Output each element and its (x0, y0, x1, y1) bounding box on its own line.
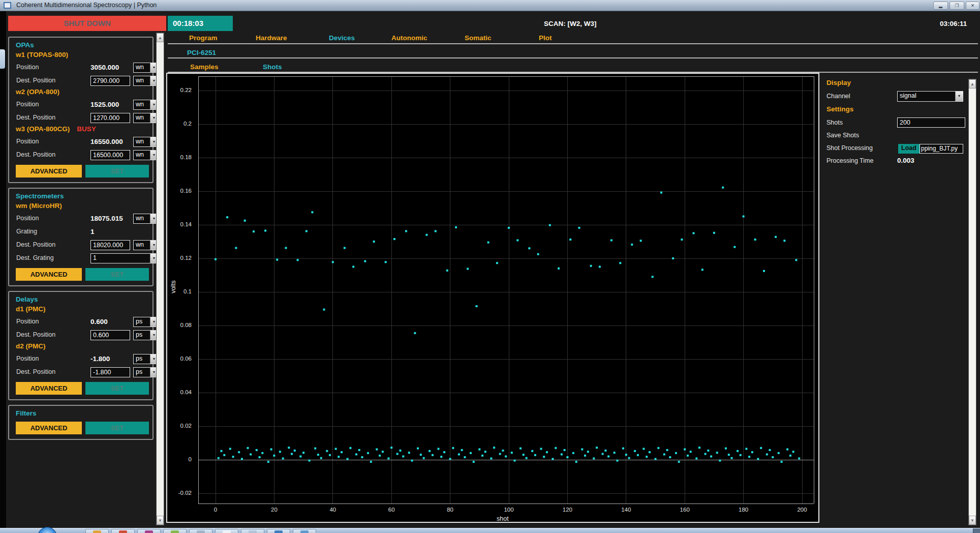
taskbar-app-button[interactable] (241, 529, 264, 533)
device-name: w1 (TOPAS-800) (16, 51, 149, 62)
x-tick-label: 100 (499, 507, 519, 513)
row-label: Grating (16, 228, 37, 235)
advanced-button[interactable]: ADVANCED (16, 165, 82, 177)
set-button[interactable]: SET (85, 422, 149, 434)
data-point (502, 450, 504, 452)
data-point (713, 232, 715, 234)
units-select[interactable]: wn▼ (133, 214, 158, 224)
taskbar-app-button[interactable] (111, 529, 135, 533)
data-point (420, 454, 422, 456)
x-tick-label: 140 (616, 507, 636, 513)
data-point (763, 270, 765, 272)
set-button[interactable]: SET (85, 165, 149, 177)
taskbar-app-icon (300, 530, 309, 533)
units-select[interactable]: wn▼ (133, 240, 158, 250)
advanced-button[interactable]: ADVANCED (16, 382, 82, 395)
advanced-button[interactable]: ADVANCED (16, 422, 82, 434)
shots-input[interactable] (897, 117, 965, 128)
data-point (294, 450, 296, 452)
x-tick-label: 160 (675, 507, 695, 513)
device-row-position: Position1525.000wn▼ (16, 99, 149, 112)
scroll-down-icon[interactable]: ▼ (157, 516, 164, 525)
destination-input[interactable] (90, 240, 130, 250)
units-select[interactable]: wn▼ (133, 100, 158, 110)
destination-input[interactable] (90, 150, 130, 160)
data-point (379, 455, 381, 457)
scroll-up-icon[interactable]: ▲ (969, 79, 976, 88)
set-button[interactable]: SET (85, 382, 149, 395)
right-scrollbar[interactable]: ▲ ▼ (968, 79, 976, 525)
channel-select[interactable]: signal ▼ (897, 91, 963, 102)
destination-input[interactable] (90, 76, 130, 86)
units-select[interactable]: wn▼ (133, 63, 158, 73)
set-button[interactable]: SET (85, 268, 149, 281)
device-name-text: d2 (PMC) (16, 342, 46, 350)
scroll-up-icon[interactable]: ▲ (157, 33, 164, 42)
data-point (798, 457, 800, 459)
close-button[interactable]: ✕ (966, 2, 979, 10)
shots-plot: -0.0200.020.040.060.080.10.120.140.160.1… (166, 73, 819, 523)
taskbar-app-button[interactable] (267, 529, 290, 533)
y-tick-label: 0 (168, 456, 192, 462)
load-script-button[interactable]: Load (898, 144, 920, 154)
data-point (505, 455, 507, 457)
row-value: -1.800 (90, 354, 131, 363)
advanced-button[interactable]: ADVANCED (16, 268, 82, 281)
units-select[interactable]: wn▼ (133, 113, 158, 123)
channel-label: Channel (826, 93, 850, 100)
tab-autonomic[interactable]: Autonomic (391, 34, 427, 42)
data-point (578, 227, 580, 229)
taskbar-app-button[interactable] (85, 529, 109, 533)
taskbar-app-button[interactable] (189, 529, 212, 533)
device-rule (168, 57, 978, 58)
show-desktop-button[interactable] (973, 528, 980, 533)
data-point (549, 224, 551, 226)
data-point (531, 450, 533, 452)
shutdown-button[interactable]: SHUT DOWN (8, 16, 166, 31)
units-select[interactable]: ps▼ (133, 330, 158, 340)
tab-program[interactable]: Program (189, 34, 218, 42)
processing-script-field[interactable]: pping_BJT.py (920, 144, 963, 154)
tab-pci-6251[interactable]: PCI-6251 (187, 49, 216, 56)
units-select[interactable]: ps▼ (133, 354, 158, 364)
data-point (693, 232, 695, 234)
taskbar-app-button[interactable] (293, 529, 316, 533)
data-point (610, 239, 612, 241)
scroll-down-icon[interactable]: ▼ (969, 516, 976, 525)
data-point (402, 455, 404, 457)
row-label: Dest. Position (16, 241, 55, 248)
section-title: Delays (16, 295, 149, 305)
y-tick-label: 0.02 (168, 423, 192, 429)
data-point (400, 450, 402, 452)
data-point (783, 240, 785, 242)
taskbar-app-button[interactable] (163, 529, 187, 533)
tab-plot[interactable]: Plot (539, 34, 552, 42)
data-point (250, 453, 252, 455)
tab-shots[interactable]: Shots (263, 63, 282, 71)
chevron-down-icon[interactable]: ▼ (955, 92, 963, 101)
tab-devices[interactable]: Devices (329, 34, 355, 42)
grating-select[interactable]: 1▼ (90, 253, 158, 263)
units-select[interactable]: ps▼ (133, 367, 158, 377)
restore-button[interactable]: ❐ (950, 2, 964, 10)
taskbar-app-button[interactable] (215, 529, 238, 533)
row-label: Dest. Position (16, 151, 55, 158)
tab-samples[interactable]: Samples (190, 63, 219, 71)
left-scrollbar[interactable]: ▲ ▼ (156, 33, 164, 525)
taskbar-app-button[interactable] (137, 529, 161, 533)
units-select[interactable]: ps▼ (133, 317, 158, 327)
minimize-button[interactable]: ▂ (933, 2, 948, 10)
units-select[interactable]: wn▼ (133, 137, 158, 147)
units-select[interactable]: wn▼ (133, 150, 158, 160)
unit-value: wn (134, 151, 150, 160)
tab-somatic[interactable]: Somatic (465, 34, 492, 42)
row-label: Position (16, 138, 39, 145)
destination-input[interactable] (90, 113, 130, 123)
data-point (622, 448, 624, 450)
destination-input[interactable] (90, 330, 130, 340)
data-point (649, 451, 651, 453)
units-select[interactable]: wn▼ (133, 76, 158, 86)
tab-hardware[interactable]: Hardware (256, 34, 287, 42)
destination-input[interactable] (90, 367, 130, 377)
data-point (690, 451, 692, 453)
